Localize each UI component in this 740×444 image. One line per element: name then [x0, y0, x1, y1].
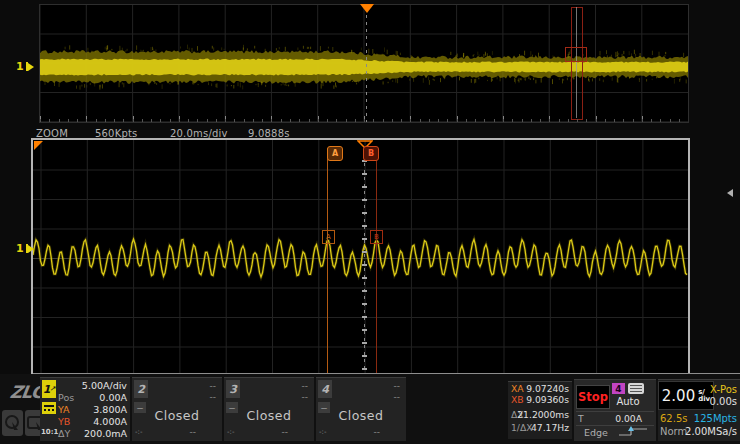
- cursor-dy-value: 200.0mA: [84, 428, 127, 439]
- channel-4-bottom-dash: --: [374, 427, 381, 437]
- trigger-position-marker-icon[interactable]: [360, 4, 374, 13]
- zoom-waveform-trace: [33, 140, 688, 373]
- pos-label: Pos: [58, 392, 74, 403]
- cursor-a-line[interactable]: [327, 148, 328, 373]
- zoom-region-handle[interactable]: [565, 47, 587, 62]
- trigger-position-line-main: [366, 15, 367, 122]
- channel-4-status: Closed: [316, 408, 406, 423]
- trigger-level-label: T: [578, 413, 584, 424]
- cursor-readout-block: XA9.07240s XB9.09360s ΔX21.2000ms 1/ΔX47…: [508, 381, 572, 439]
- cursor-ya-value: 3.800A: [93, 404, 127, 415]
- channel-1-coupling-dc-icon: [42, 402, 56, 414]
- acquire-mode: Norm: [660, 426, 687, 437]
- marker-arrow-icon: [28, 245, 34, 253]
- cursor-yb-value: 4.000A: [93, 416, 127, 427]
- zoom-mode-label: ZOOM: [36, 128, 68, 139]
- channel1-marker-label: 1: [16, 242, 24, 255]
- xa-value: 9.07240s: [526, 383, 569, 394]
- zoom-memory-depth: 560Kpts: [95, 128, 138, 139]
- active-window-corner-icon: [34, 141, 43, 150]
- ya-label: YA: [58, 404, 70, 415]
- zoom-waveform-window: A B A B: [33, 140, 688, 373]
- trigger-type[interactable]: Edge: [584, 427, 608, 438]
- record-duration: 62.5s: [660, 413, 687, 424]
- pointer-icon: [2, 410, 23, 436]
- trigger-block[interactable]: Stop 4 Auto T0.00A Edge: [574, 379, 656, 441]
- channel1-position-marker-zoom[interactable]: 1: [16, 242, 34, 255]
- channel-4-scale-dash: --: [394, 381, 401, 391]
- channel-2-status: Closed: [132, 408, 222, 423]
- timebase-scale-value: 2.00: [662, 387, 695, 405]
- rising-edge-icon: [618, 426, 648, 437]
- timebase-unit-bottom: div: [698, 396, 710, 403]
- run-stop-state: Stop: [578, 390, 608, 404]
- main-waveform-window: [40, 5, 688, 122]
- xa-label: XA: [511, 383, 524, 394]
- channel-2-bottom-dash: --: [190, 427, 197, 437]
- zoom-region-indicator[interactable]: [571, 7, 583, 120]
- zoom-region-center-line: [576, 7, 577, 118]
- cursor-b-mid-handle[interactable]: B: [370, 230, 383, 244]
- marker-arrow-icon: [28, 63, 34, 71]
- zoom-offset: 9.0888s: [248, 128, 290, 139]
- channel-1-badge: 1↗: [42, 380, 56, 398]
- zoom-timebase: 20.0ms/div: [170, 128, 228, 139]
- trigger-sweep-mode[interactable]: Auto: [610, 396, 646, 407]
- channel-3-status: Closed: [224, 408, 314, 423]
- sample-rate: 2.00MSa/s: [685, 426, 737, 437]
- trigger-level-value: 0.00A: [615, 413, 642, 424]
- cursor-b-line[interactable]: [376, 148, 377, 373]
- channel-4-pos-dash: --: [394, 392, 401, 402]
- main-waveform-trace: [40, 5, 688, 122]
- channel-2-scale-dash: --: [210, 381, 217, 391]
- cursor-b-label[interactable]: B: [363, 146, 379, 161]
- invdx-value: 47.17Hz: [531, 422, 569, 433]
- timebase-block: 2.00 s/div X-Pos 0.00s 62.5s 125Mpts Nor…: [658, 379, 740, 441]
- trigger-level-marker-icon[interactable]: [727, 189, 733, 197]
- dy-label: ΔY: [58, 428, 70, 439]
- invdx-label: 1/ΔX: [511, 422, 533, 433]
- keyboard-icon[interactable]: [628, 383, 644, 394]
- channel-2-badge: 2: [134, 380, 148, 398]
- timebase-scale-panel[interactable]: 2.00 s/div: [658, 381, 714, 410]
- channel-2-block[interactable]: 2 -- -- − Closed -:- --: [132, 377, 222, 441]
- cursor-a-label[interactable]: A: [327, 146, 343, 161]
- channel-3-scale-dash: --: [302, 381, 309, 391]
- record-memory: 125Mpts: [694, 413, 737, 424]
- channel-4-probe-dash: -:-: [319, 428, 326, 436]
- acquisition-state-panel[interactable]: Stop: [576, 385, 610, 409]
- oscilloscope-screen: 1 ZOOM 560Kpts 20.0ms/div 9.0888s A B A …: [0, 0, 740, 444]
- touch-pointer-button[interactable]: [2, 410, 23, 436]
- timebase-tick-ruler: [40, 116, 688, 122]
- trigger-source-badge[interactable]: 4: [612, 383, 625, 394]
- status-bar: ZLG® 1↗ 10:1 5.00A/div Pos0.00A: [0, 374, 740, 444]
- channel1-position-marker-main[interactable]: 1: [16, 60, 34, 73]
- channel-3-bottom-dash: --: [282, 427, 289, 437]
- channel-4-badge: 4: [318, 380, 332, 398]
- channel-1-probe-ratio: 10:1: [41, 428, 58, 436]
- yb-label: YB: [58, 416, 70, 427]
- trigger-line-ticks: [362, 149, 367, 373]
- channel-1-scale: 5.00A/div: [82, 380, 127, 391]
- dx-value: 21.2000ms: [517, 409, 569, 420]
- channel-1-block[interactable]: 1↗ 10:1 5.00A/div Pos0.00A YA3.800A YB4.…: [40, 377, 130, 441]
- xb-label: XB: [511, 394, 524, 405]
- channel-3-block[interactable]: 3 -- -- − Closed -:- --: [224, 377, 314, 441]
- channel-1-position: 0.00A: [99, 392, 127, 403]
- cursor-a-mid-handle[interactable]: A: [322, 230, 335, 244]
- xpos-label[interactable]: X-Pos: [710, 384, 737, 395]
- channel-4-block[interactable]: 4 -- -- − Closed -:- --: [316, 377, 406, 441]
- channel-3-probe-dash: -:-: [227, 428, 234, 436]
- channel-2-pos-dash: --: [210, 392, 217, 402]
- channel-3-badge: 3: [226, 380, 240, 398]
- xb-value: 9.09360s: [526, 394, 569, 405]
- xpos-value: 0.00s: [710, 396, 737, 407]
- channel1-marker-label: 1: [16, 60, 24, 73]
- trigger-slope-icon: ↗: [49, 385, 55, 393]
- channel-2-probe-dash: -:-: [135, 428, 142, 436]
- channel-3-pos-dash: --: [302, 392, 309, 402]
